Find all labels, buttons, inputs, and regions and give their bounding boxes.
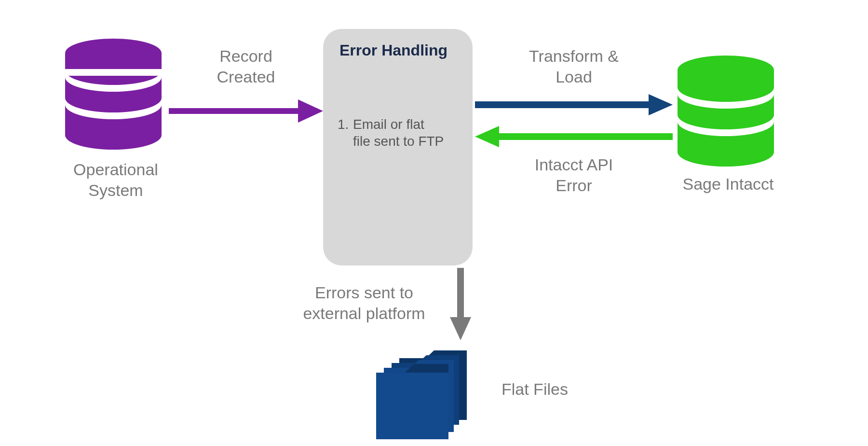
arrow-transform-load [475,93,673,117]
error-handling-item-text: Email or flat file sent to FTP [353,116,444,150]
folders-icon [376,348,487,439]
errors-sent-label: Errors sent to external platform [285,282,444,323]
database-icon [63,39,164,150]
svg-rect-5 [65,69,162,76]
sage-intacct-label: Sage Intacct [665,174,791,195]
intacct-api-error-label: Intacct API Error [518,154,629,195]
database-icon [675,56,776,167]
svg-marker-7 [298,99,323,123]
error-handling-title: Error Handling [339,42,448,59]
arrow-record-created [169,97,323,125]
arrow-intacct-api-error [475,125,673,149]
record-created-label: Record Created [193,46,299,87]
svg-point-2 [65,121,162,150]
svg-marker-9 [649,94,673,115]
transform-load-label: Transform & Load [511,46,637,87]
svg-marker-11 [475,126,499,147]
flat-files-label: Flat Files [502,379,598,400]
svg-marker-16 [450,317,471,340]
svg-point-14 [678,138,774,167]
arrow-errors-sent [448,268,473,340]
operational-system-label: Operational System [53,159,178,200]
error-handling-item-num: 1. [338,116,349,133]
diagram-stage: Operational System Record Created Error … [0,0,868,446]
error-handling-box: Error Handling 1. Email or flat file sen… [323,29,473,265]
